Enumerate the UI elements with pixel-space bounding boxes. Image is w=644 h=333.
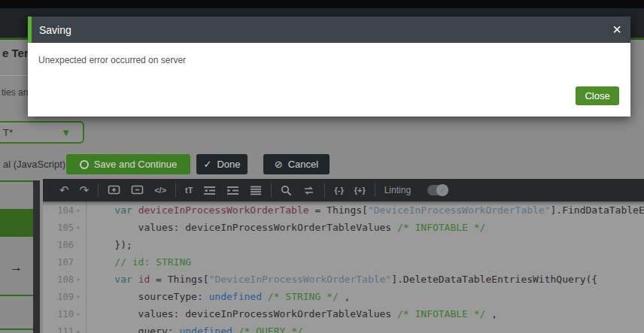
save-and-continue-button[interactable]: Save and Continue — [66, 154, 190, 174]
code-editor-toolbar: ↶ ↷ </> tT — [43, 179, 644, 201]
dialog-message: Unexpected error occurred on server — [28, 43, 630, 65]
code-lines: 104▾ var deviceInProcessWorkOrderTable =… — [43, 201, 644, 333]
code-line[interactable]: 106 }); — [43, 236, 644, 253]
sidebar-selected-item[interactable] — [0, 209, 33, 237]
dropdown-value: T* — [3, 127, 13, 138]
toggle-check-icon: ✓ — [436, 184, 448, 196]
code-text: var id = Things["DeviceInProcessWorkOrde… — [87, 274, 597, 285]
dialog-accent-strip — [28, 17, 32, 43]
linting-label: Linting — [384, 185, 411, 195]
editor-left-border — [33, 180, 40, 333]
saving-dialog: Saving × Unexpected error occurred on se… — [28, 17, 630, 117]
service-handler-dropdown[interactable]: T* ▼ — [0, 121, 84, 144]
line-number: 108 — [57, 274, 74, 285]
line-number: 104 — [57, 205, 74, 216]
chevron-down-icon: ▼ — [61, 128, 71, 138]
indent-icon[interactable] — [226, 186, 239, 195]
code-line[interactable]: 111▾ query: undefined /* QUERY */ , — [43, 322, 644, 333]
line-number: 110 — [57, 309, 74, 319]
gutter: 111▾ — [43, 322, 87, 333]
close-icon[interactable]: × — [612, 20, 621, 39]
sidebar-row-border — [0, 295, 33, 296]
done-button[interactable]: ✓ Done — [196, 154, 248, 174]
fold-arrow-icon[interactable]: ▾ — [74, 224, 83, 232]
current-row-arrow-icon: → — [10, 260, 23, 275]
gutter: 109▾ — [43, 288, 87, 305]
gutter: 104▾ — [43, 201, 87, 219]
sidebar-row-border — [0, 180, 33, 182]
code-line[interactable]: 109▾ sourceType: undefined /* STRING */ … — [43, 288, 644, 305]
code-text: sourceType: undefined /* STRING */ , — [87, 291, 350, 302]
redo-icon[interactable]: ↷ — [80, 184, 90, 196]
gutter: 106 — [43, 236, 87, 253]
close-button[interactable]: Close — [576, 86, 619, 105]
code-text: values: deviceInProcessWorkOrderTableVal… — [87, 222, 485, 233]
fold-arrow-icon[interactable]: ▾ — [74, 328, 83, 333]
gutter: 105▾ — [43, 219, 87, 236]
fold-arrow-icon[interactable]: ▾ — [74, 207, 83, 214]
sidebar-row-border — [0, 328, 33, 330]
save-circle-icon — [80, 160, 89, 169]
code-tags-icon[interactable]: </> — [154, 184, 166, 196]
format-lines-icon[interactable] — [250, 186, 262, 195]
code-text: }); — [87, 239, 132, 250]
code-text: var deviceInProcessWorkOrderTable = Thin… — [87, 204, 644, 216]
line-number: 107 — [57, 257, 74, 268]
code-line[interactable]: 104▾ var deviceInProcessWorkOrderTable =… — [43, 201, 644, 219]
undo-icon[interactable]: ↶ — [59, 184, 69, 196]
code-text: // id: STRING — [87, 256, 191, 268]
save-button-label: Save and Continue — [94, 159, 178, 170]
done-button-label: Done — [217, 159, 240, 170]
handler-type-label: al (JavaScript) — [3, 159, 65, 170]
top-black-bar — [0, 0, 644, 8]
fold-arrow-icon[interactable]: ▾ — [74, 293, 83, 301]
fold-arrow-icon[interactable]: ▾ — [74, 310, 83, 318]
linting-toggle[interactable]: ✓ — [427, 185, 448, 195]
add-comment-icon[interactable] — [108, 185, 120, 196]
fold-arrow-icon[interactable]: ▾ — [74, 276, 83, 283]
dialog-header: Saving × — [28, 17, 630, 43]
gutter: 110▾ — [43, 305, 87, 322]
search-icon[interactable] — [281, 185, 292, 196]
replace-icon[interactable] — [302, 186, 315, 195]
line-number: 111 — [57, 326, 74, 333]
code-line[interactable]: 110▾ values: deviceInProcessWorkOrderTab… — [43, 305, 644, 322]
title-divider — [0, 75, 28, 76]
ban-icon: ⊘ — [275, 159, 283, 169]
outdent-icon[interactable] — [203, 186, 216, 195]
gutter: 108▾ — [43, 271, 87, 288]
code-editor[interactable]: 104▾ var deviceInProcessWorkOrderTable =… — [43, 201, 644, 333]
cancel-button[interactable]: ⊘ Cancel — [263, 154, 330, 174]
screen: e Tem ties and T* ▼ al (JavaScript) Save… — [0, 0, 644, 333]
code-line[interactable]: 105▾ values: deviceInProcessWorkOrderTab… — [43, 219, 644, 236]
fold-all-icon[interactable]: {-} — [334, 184, 343, 196]
unfold-all-icon[interactable]: {+} — [354, 184, 366, 196]
line-number: 106 — [57, 240, 74, 250]
code-text: values: deviceInProcessWorkOrderTableVal… — [87, 308, 497, 319]
cancel-button-label: Cancel — [288, 159, 318, 170]
font-size-icon[interactable]: tT — [185, 184, 193, 196]
line-number: 109 — [57, 292, 74, 302]
line-number: 105 — [57, 223, 74, 233]
gutter: 107 — [43, 253, 87, 271]
code-line[interactable]: 107 // id: STRING — [43, 253, 644, 271]
remove-comment-icon[interactable] — [131, 185, 144, 196]
dialog-title: Saving — [39, 24, 71, 36]
code-line[interactable]: 108▾ var id = Things["DeviceInProcessWor… — [43, 271, 644, 288]
code-text: query: undefined /* QUERY */ , — [87, 325, 314, 333]
check-icon: ✓ — [204, 159, 212, 169]
